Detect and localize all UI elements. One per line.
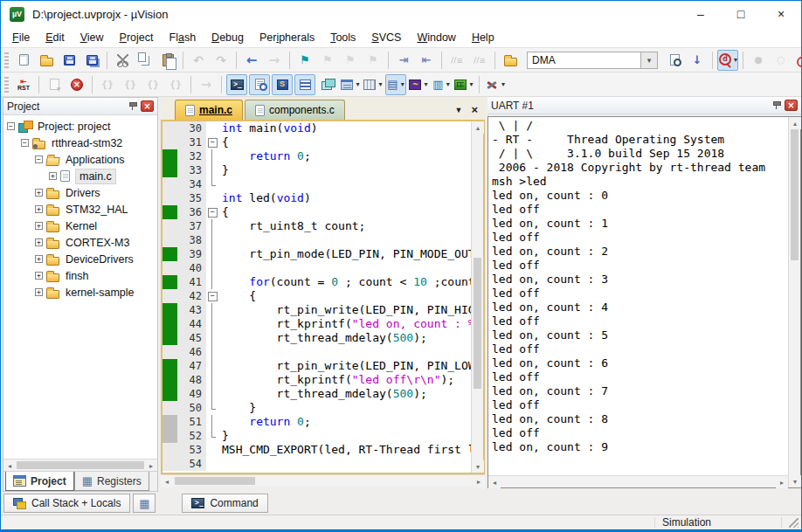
expand-icon[interactable]: + (35, 288, 43, 296)
maximize-button[interactable]: □ (721, 1, 761, 27)
incremental-find-button[interactable]: ↓ (687, 50, 708, 71)
scroll-down-icon[interactable]: ▾ (789, 475, 801, 487)
tree-item-applications[interactable]: −Applications (3, 151, 157, 168)
menu-help[interactable]: Help (464, 29, 502, 46)
scroll-right-icon[interactable]: ▸ (145, 459, 157, 472)
scroll-left-icon[interactable]: ◂ (161, 475, 173, 487)
scrollbar-thumb[interactable] (175, 477, 255, 485)
menu-edit[interactable]: Edit (38, 29, 73, 46)
scroll-right-icon[interactable]: ▸ (473, 475, 485, 487)
close-button[interactable]: × (761, 1, 801, 27)
dropdown-icon[interactable]: ▾ (446, 80, 450, 88)
navigate-back-button[interactable]: ← (241, 50, 262, 71)
close-panel-icon[interactable] (141, 100, 154, 112)
tab-main-c[interactable]: main.c (175, 100, 243, 120)
expand-icon[interactable]: + (35, 238, 43, 246)
symbol-window-button[interactable] (272, 74, 293, 95)
collapse-icon[interactable]: − (21, 139, 29, 147)
tree-item-kernel-sample[interactable]: +kernel-sample (3, 284, 157, 301)
menu-peripherals[interactable]: Peripherals (252, 29, 322, 46)
cut-button[interactable] (112, 50, 133, 71)
search-combo[interactable]: DMA▾ (527, 52, 658, 69)
step-out-button[interactable]: {} (142, 74, 163, 95)
fold-collapse-icon[interactable] (206, 205, 218, 219)
scroll-left-icon[interactable]: ◂ (488, 476, 501, 488)
unindent-button[interactable]: ⇤ (416, 50, 437, 71)
expand-icon[interactable]: + (35, 205, 43, 213)
step-into-button[interactable]: {} (97, 74, 118, 95)
run-button[interactable]: → (196, 74, 217, 95)
pin-icon[interactable] (128, 101, 137, 112)
memory-window-shortcut-button[interactable]: ▦ (133, 494, 156, 513)
system-viewer-button[interactable]: ▥▾ (431, 74, 452, 95)
dropdown-icon[interactable]: ▾ (424, 80, 427, 88)
run-to-cursor-button[interactable]: {} (165, 74, 186, 95)
tree-item-devicedrivers[interactable]: +DeviceDrivers (3, 251, 157, 267)
tree-item-project-project[interactable]: −Project: project (3, 118, 157, 135)
disassembly-window-button[interactable] (249, 74, 270, 95)
fold-collapse-icon[interactable] (206, 289, 218, 303)
tab-components-c[interactable]: components.c (245, 100, 345, 120)
tree-item-rtthread-stm32[interactable]: −rtthread-stm32 (3, 135, 157, 151)
insert-breakpoint-button[interactable]: ● (748, 50, 769, 71)
step-over-button[interactable]: {} (120, 74, 141, 95)
watch-window-button[interactable]: ▾ (340, 74, 361, 95)
scroll-right-icon[interactable]: ▸ (776, 476, 788, 488)
logic-analyzer-button[interactable]: ▾ (408, 74, 429, 95)
menu-window[interactable]: Window (409, 29, 463, 46)
find-button[interactable] (664, 50, 685, 71)
uart-window-button[interactable]: ▤▾ (385, 74, 406, 95)
toolbar-handle[interactable] (4, 52, 9, 68)
tree-item-finsh[interactable]: +finsh (3, 267, 157, 284)
analysis-window-button[interactable] (317, 74, 338, 95)
tree-item-kernel[interactable]: +Kernel (3, 218, 157, 234)
tab-registers[interactable]: ▦ Registers (74, 472, 149, 491)
scroll-up-icon[interactable]: ▴ (472, 121, 484, 134)
menu-svcs[interactable]: SVCS (363, 29, 409, 46)
lookup-button[interactable]: ▾ (717, 50, 738, 71)
expand-icon[interactable]: + (35, 189, 43, 197)
expand-icon[interactable]: + (35, 272, 43, 280)
find-in-files-button[interactable] (500, 50, 521, 71)
save-button[interactable] (59, 50, 80, 71)
resize-grip[interactable] (789, 518, 799, 528)
pin-icon[interactable] (771, 100, 781, 111)
dropdown-icon[interactable]: ▾ (734, 56, 737, 64)
dropdown-icon[interactable]: ▾ (501, 80, 505, 88)
dropdown-icon[interactable]: ▾ (356, 80, 359, 88)
scrollbar-thumb[interactable] (791, 129, 799, 260)
scrollbar-thumb[interactable] (17, 461, 144, 469)
command-window-button[interactable] (226, 74, 247, 95)
dropdown-icon[interactable]: ▾ (401, 80, 404, 88)
stop-debug-button[interactable] (66, 74, 87, 95)
close-panel-icon[interactable] (785, 100, 798, 111)
paste-button[interactable] (157, 50, 178, 71)
dropdown-icon[interactable]: ▾ (469, 80, 473, 88)
tree-item-drivers[interactable]: +Drivers (3, 184, 157, 201)
save-all-button[interactable] (81, 50, 102, 71)
dropdown-icon[interactable]: ▾ (378, 80, 382, 88)
minimize-button[interactable]: – (681, 1, 721, 27)
uart-console[interactable]: \ | /- RT - Thread Operating System / | … (488, 117, 788, 475)
tree-item-stm32-hal[interactable]: +STM32_HAL (3, 201, 157, 218)
reset-button[interactable] (13, 74, 34, 95)
expand-icon[interactable]: + (49, 172, 57, 180)
show-next-statement-button[interactable] (44, 74, 65, 95)
toolbar-handle[interactable] (4, 77, 9, 93)
indent-button[interactable]: ⇥ (393, 50, 414, 71)
uart-vscrollbar[interactable]: ▴ ▾ (788, 117, 800, 487)
project-tree[interactable]: −Project: project−rtthread-stm32−Applica… (3, 115, 157, 459)
toggle-bookmark-button[interactable]: ⚑ (294, 50, 315, 71)
menu-view[interactable]: View (73, 29, 112, 46)
command-tab[interactable]: Command (182, 494, 267, 513)
scrollbar-thumb[interactable] (474, 258, 481, 389)
clear-all-bookmarks-button[interactable]: ⚑ (363, 50, 384, 71)
combo-dropdown-icon[interactable]: ▾ (640, 52, 657, 68)
menu-tools[interactable]: Tools (322, 29, 363, 46)
scroll-left-icon[interactable]: ◂ (3, 459, 16, 472)
uncomment-selection-button[interactable]: //≡ (469, 50, 490, 71)
serial-window-button[interactable] (294, 74, 315, 95)
goto-next-bookmark-button[interactable]: ⚑ (317, 50, 338, 71)
copy-button[interactable] (135, 50, 156, 71)
enable-breakpoint-button[interactable]: ○ (771, 50, 792, 71)
